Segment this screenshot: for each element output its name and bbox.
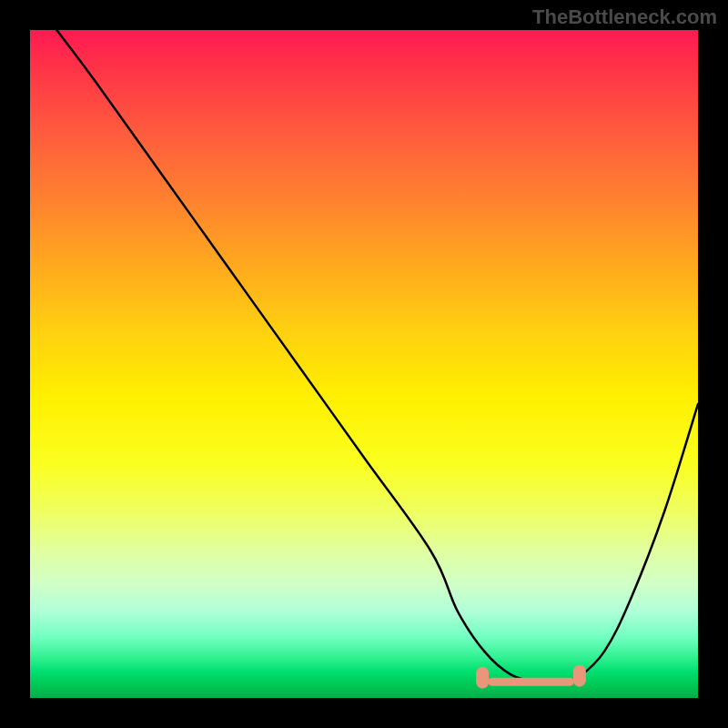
chart-plot-area xyxy=(30,30,698,698)
svg-rect-1 xyxy=(573,665,586,687)
bottleneck-curve xyxy=(30,30,698,698)
svg-rect-0 xyxy=(476,667,489,689)
svg-rect-2 xyxy=(488,678,574,686)
watermark-text: TheBottleneck.com xyxy=(532,5,717,29)
